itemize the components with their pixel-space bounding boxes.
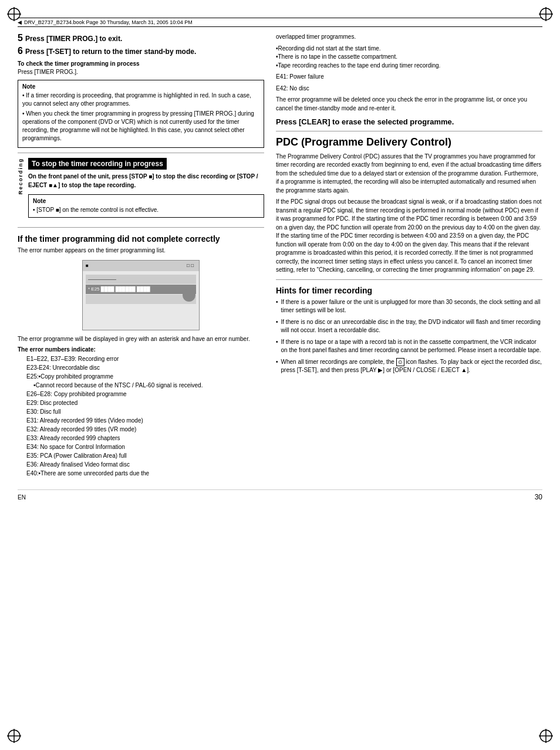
hint-item-2: • If there is no tape or a tape with a r… <box>276 338 542 355</box>
hint-bullet-1: • <box>276 318 278 335</box>
left-column: 5 Press [TIMER PROG.] to exit. 6 Press [… <box>18 33 264 478</box>
divider-1 <box>18 153 264 153</box>
note-title-1: Note <box>22 83 259 90</box>
pdc-title: PDC (Programme Delivery Control) <box>276 136 542 149</box>
timer-screen-body: —————— * E25 ████ ██████ ████ <box>83 271 199 330</box>
error-line-0: E1–E22, E37–E39: Recording error <box>26 354 264 363</box>
stop-section-body: On the front panel of the unit, press [S… <box>28 173 264 190</box>
error-line-12: E36: Already finalised Video format disc <box>26 460 264 469</box>
step5-container: 5 Press [TIMER PROG.] to exit. 6 Press [… <box>18 33 264 56</box>
note-title-2: Note <box>33 198 259 204</box>
e-description: The error programme will be deleted once… <box>276 96 542 113</box>
recording-side-label: Recording <box>18 158 23 195</box>
pdc-body-2: If the PDC signal drops out because the … <box>276 198 542 275</box>
error-line-5: E29: Disc protected <box>26 398 264 407</box>
error-line-11: E35: PCA (Power Calibration Area) full <box>26 451 264 460</box>
error-heading: The error numbers indicate: <box>18 346 264 353</box>
step6-text: Press [T-SET] to return to the timer sta… <box>25 48 196 56</box>
right-column: overlapped timer programmes. •Recording … <box>276 33 542 478</box>
error-line-4: E26–E28: Copy prohibited programme <box>26 390 264 398</box>
hint-item-0: • If there is a power failure or the uni… <box>276 298 542 315</box>
more-errors: •Recording did not start at the start ti… <box>276 45 542 70</box>
timer-error-body: The error number appears on the timer pr… <box>18 246 264 255</box>
hint-text-2: If there is no tape or a tape with a rec… <box>281 338 542 355</box>
divider-right-1 <box>276 131 542 131</box>
footer-page-number: 30 <box>535 493 542 501</box>
note-box-2: Note • [STOP ■] on the remote control is… <box>28 194 264 218</box>
error-line-3: •Cannot record because of the NTSC / PAL… <box>33 381 264 390</box>
divider-2 <box>18 227 264 228</box>
corner-reg-mark-tr <box>539 7 553 21</box>
stop-section-label: To stop the timer recording in progress <box>28 158 167 170</box>
error-line-9: E33: Already recorded 999 chapters <box>26 434 264 442</box>
step5-text: Press [TIMER PROG.] to exit. <box>25 35 122 43</box>
note-box-1: Note • If a timer recording is proceedin… <box>18 80 264 148</box>
hint-text-3: When all timer recordings are complete, … <box>281 358 542 375</box>
header-text: DRV_B2737_B2734.book Page 30 Thursday, M… <box>24 19 193 25</box>
hints-list: • If there is a power failure or the uni… <box>276 298 542 375</box>
note-text-2: • [STOP ■] on the remote control is not … <box>33 206 259 214</box>
hint-item-3: • When all timer recordings are complete… <box>276 358 542 375</box>
error-line-8: E32: Already recorded 99 titles (VR mode… <box>26 425 264 434</box>
step5-number: 5 <box>18 33 23 43</box>
note-bullet-2: • When you check the timer programming i… <box>22 110 259 143</box>
hint-text-1: If there is no disc or an unrecordable d… <box>281 318 542 335</box>
footer-lang: EN <box>18 494 26 501</box>
overlap-continued: overlapped timer programmes. <box>276 33 542 42</box>
hint-bullet-3: • <box>276 358 278 375</box>
corner-reg-mark-tl <box>7 7 21 21</box>
corner-reg-mark-br <box>539 729 553 743</box>
error-line-2: E25:•Copy prohibited programme <box>26 372 264 381</box>
timer-screen-circle <box>183 289 195 302</box>
hint-bullet-0: • <box>276 298 278 315</box>
press-clear: Press [CLEAR] to erase the selected prog… <box>276 117 542 126</box>
e42: E42: No disc <box>276 85 542 93</box>
more-error-1: •There is no tape in the cassette compar… <box>276 53 542 62</box>
timer-error-section: If the timer programming did not complet… <box>18 234 264 478</box>
pdc-body-1: The Programme Delivery Control (PDC) ass… <box>276 153 542 195</box>
check-heading: To check the timer programming in proces… <box>18 60 140 67</box>
error-line-13: E40:•There are some unrecorded parts due… <box>26 469 264 478</box>
timer-error-title: If the timer programming did not complet… <box>18 234 264 244</box>
timer-screen-row-3 <box>86 295 196 304</box>
more-error-2: •Tape recording reaches to the tape end … <box>276 62 542 70</box>
step6-number: 6 <box>18 46 23 56</box>
screen-caption: The error programme will be displayed in… <box>18 335 264 344</box>
e41: E41: Power failure <box>276 73 542 82</box>
error-line-7: E31: Already recorded 99 titles (Video m… <box>26 416 264 425</box>
timer-screen-header: ■ □ □ <box>83 261 199 271</box>
timer-screen: ■ □ □ —————— * E25 ████ ██████ ████ <box>82 260 200 330</box>
divider-right-2 <box>276 279 542 280</box>
hint-text-0: If there is a power failure or the unit … <box>281 298 542 315</box>
error-line-1: E23-E24: Unrecordable disc <box>26 363 264 372</box>
hints-title: Hints for timer recording <box>276 286 542 295</box>
footer: EN 30 <box>18 489 542 501</box>
note-text-1: • If a timer recording is proceeding, th… <box>22 92 259 143</box>
hint-item-1: • If there is no disc or an unrecordable… <box>276 318 542 335</box>
error-numbers: E1–E22, E37–E39: Recording error E23-E24… <box>26 354 264 478</box>
header-bar: ◀ DRV_B2737_B2734.book Page 30 Thursday,… <box>18 18 542 27</box>
check-body: Press [TIMER PROG.]. <box>18 69 78 75</box>
timer-screen-row-1: —————— <box>86 275 196 284</box>
error-line-10: E34: No space for Control Information <box>26 442 264 451</box>
corner-reg-mark-bl <box>7 729 21 743</box>
note-bullet-1: • If a timer recording is proceeding, th… <box>22 92 259 108</box>
timer-screen-row-2: * E25 ████ ██████ ████ <box>86 285 196 294</box>
more-error-0: •Recording did not start at the start ti… <box>276 45 542 53</box>
error-line-6: E30: Disc full <box>26 407 264 416</box>
hint-bullet-2: • <box>276 338 278 355</box>
